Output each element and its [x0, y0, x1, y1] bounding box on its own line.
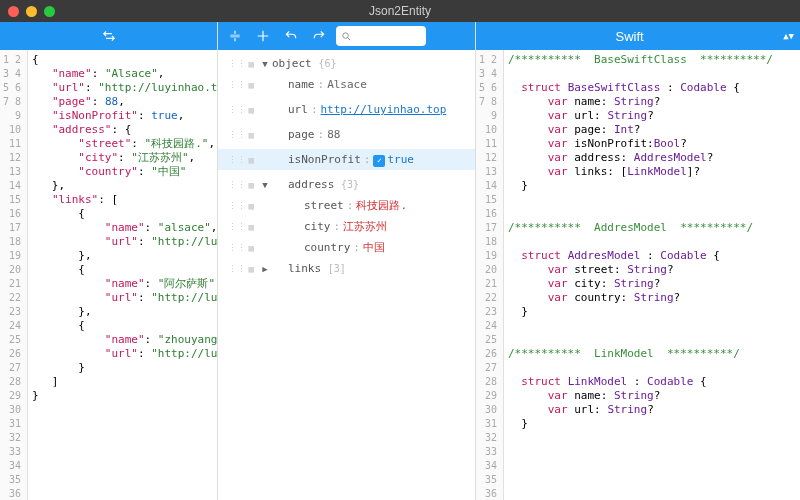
drag-icon[interactable]: ⋮⋮ — [228, 130, 246, 140]
tree-row[interactable]: ⋮⋮▦▶links [3] — [218, 258, 475, 279]
tree-key: isNonProfit — [288, 153, 361, 166]
tree-key: name — [288, 78, 315, 91]
close-icon[interactable] — [8, 6, 19, 17]
title-bar: Json2Entity — [0, 0, 800, 22]
tree-count: {6} — [318, 58, 336, 69]
tree-value: 江苏苏州 — [343, 220, 387, 233]
tree-row[interactable]: ⋮⋮▦street:科技园路. — [218, 195, 475, 216]
tree-value: Alsace — [327, 78, 367, 91]
line-gutter: 1 2 3 4 5 6 7 8 9 10 11 12 13 14 15 16 1… — [476, 50, 504, 500]
drag-icon[interactable]: ⋮⋮ — [228, 201, 246, 211]
search-input[interactable] — [356, 30, 416, 42]
expand-icon[interactable] — [252, 26, 274, 46]
tree-key: links — [288, 262, 321, 275]
tree-row[interactable]: ⋮⋮▦▼address {3} — [218, 174, 475, 195]
tree-key: street — [304, 199, 344, 212]
svg-point-0 — [343, 32, 349, 38]
tree-value: http://luyinhao.top — [321, 103, 447, 116]
menu-icon[interactable]: ▦ — [249, 105, 254, 115]
drag-icon[interactable]: ⋮⋮ — [228, 80, 246, 90]
menu-icon[interactable]: ▦ — [249, 155, 254, 165]
language-selector[interactable]: Swift — [482, 29, 777, 44]
tree-key: object — [272, 57, 312, 70]
menu-icon[interactable]: ▦ — [249, 243, 254, 253]
maximize-icon[interactable] — [44, 6, 55, 17]
menu-icon[interactable]: ▦ — [249, 264, 254, 274]
left-toolbar — [0, 22, 217, 50]
drag-icon[interactable]: ⋮⋮ — [228, 222, 246, 232]
tree-row[interactable]: ⋮⋮▦page:88 — [218, 124, 475, 145]
drag-icon[interactable]: ⋮⋮ — [228, 59, 246, 69]
tree-key: page — [288, 128, 315, 141]
tree-row[interactable]: ⋮⋮▦isNonProfit:✓true — [218, 149, 475, 170]
json-tree[interactable]: ⋮⋮▦▼object {6}⋮⋮▦name:Alsace⋮⋮▦url:http:… — [218, 50, 475, 500]
json-code[interactable]: { "name": "Alsace", "url": "http://luyin… — [28, 50, 217, 500]
search-box[interactable] — [336, 26, 426, 46]
swift-code[interactable]: /********** BaseSwiftClass **********/ s… — [504, 50, 800, 500]
right-toolbar: Swift ▲▼ — [476, 22, 800, 50]
tree-key: city — [304, 220, 331, 233]
disclosure-icon[interactable]: ▼ — [258, 180, 272, 190]
minimize-icon[interactable] — [26, 6, 37, 17]
mid-toolbar — [218, 22, 475, 50]
drag-icon[interactable]: ⋮⋮ — [228, 264, 246, 274]
undo-icon[interactable] — [280, 26, 302, 46]
tree-count: {3} — [341, 179, 359, 190]
tree-key: country — [304, 241, 350, 254]
tree-count: [3] — [328, 263, 346, 274]
disclosure-icon[interactable]: ▼ — [258, 59, 272, 69]
traffic-lights — [8, 6, 55, 17]
tree-row[interactable]: ⋮⋮▦city:江苏苏州 — [218, 216, 475, 237]
drag-icon[interactable]: ⋮⋮ — [228, 155, 246, 165]
drag-icon[interactable]: ⋮⋮ — [228, 105, 246, 115]
code-output[interactable]: 1 2 3 4 5 6 7 8 9 10 11 12 13 14 15 16 1… — [476, 50, 800, 500]
chevron-updown-icon: ▲▼ — [783, 31, 794, 41]
bool-badge-icon: ✓ — [373, 155, 385, 167]
tree-value: 科技园路. — [356, 199, 407, 212]
json-editor-pane: 1 2 3 4 5 6 7 8 9 10 11 12 13 14 15 16 1… — [0, 22, 218, 500]
tree-pane: ⋮⋮▦▼object {6}⋮⋮▦name:Alsace⋮⋮▦url:http:… — [218, 22, 476, 500]
tree-key: url — [288, 103, 308, 116]
menu-icon[interactable]: ▦ — [249, 59, 254, 69]
tree-row[interactable]: ⋮⋮▦country:中国 — [218, 237, 475, 258]
disclosure-icon[interactable]: ▶ — [258, 264, 272, 274]
tree-row[interactable]: ⋮⋮▦name:Alsace — [218, 74, 475, 95]
swap-icon[interactable] — [98, 26, 120, 46]
menu-icon[interactable]: ▦ — [249, 80, 254, 90]
window-title: Json2Entity — [369, 4, 431, 18]
tree-value: 88 — [327, 128, 340, 141]
tree-value: true — [387, 153, 414, 166]
line-gutter: 1 2 3 4 5 6 7 8 9 10 11 12 13 14 15 16 1… — [0, 50, 28, 500]
json-editor[interactable]: 1 2 3 4 5 6 7 8 9 10 11 12 13 14 15 16 1… — [0, 50, 217, 500]
drag-icon[interactable]: ⋮⋮ — [228, 243, 246, 253]
search-icon — [341, 31, 352, 42]
menu-icon[interactable]: ▦ — [249, 180, 254, 190]
drag-icon[interactable]: ⋮⋮ — [228, 180, 246, 190]
menu-icon[interactable]: ▦ — [249, 130, 254, 140]
menu-icon[interactable]: ▦ — [249, 222, 254, 232]
collapse-icon[interactable] — [224, 26, 246, 46]
tree-value: 中国 — [363, 241, 385, 254]
tree-key: address — [288, 178, 334, 191]
tree-row[interactable]: ⋮⋮▦url:http://luyinhao.top — [218, 99, 475, 120]
output-pane: Swift ▲▼ 1 2 3 4 5 6 7 8 9 10 11 12 13 1… — [476, 22, 800, 500]
menu-icon[interactable]: ▦ — [249, 201, 254, 211]
redo-icon[interactable] — [308, 26, 330, 46]
tree-row[interactable]: ⋮⋮▦▼object {6} — [218, 53, 475, 74]
main-area: 1 2 3 4 5 6 7 8 9 10 11 12 13 14 15 16 1… — [0, 22, 800, 500]
